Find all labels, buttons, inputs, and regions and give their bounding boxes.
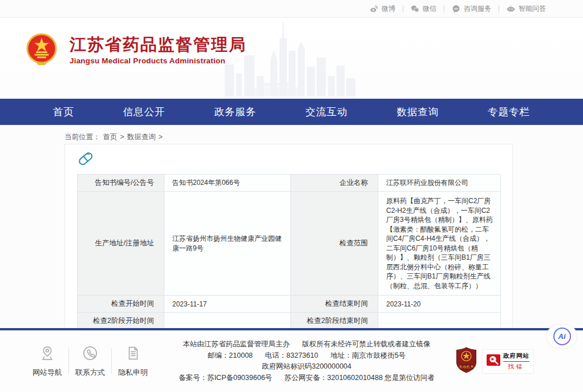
nav-item-data-query[interactable]: 数据查询	[396, 105, 439, 119]
footer-link-site-map[interactable]: 网站导航	[26, 345, 68, 378]
nav-item-special-topics[interactable]: 专题专栏	[488, 105, 530, 119]
start-time-label: 检查开始时间	[78, 296, 164, 313]
main-nav: 首页 信息公开 政务服务 交流互动 数据查询 专题专栏	[0, 99, 583, 125]
company-label: 企业名称	[291, 175, 378, 192]
pill-icon	[77, 150, 501, 169]
scope-value: 原料药【曲克芦丁，一车间C2厂房C2-H2生产线（合成），一车间C2厂房3号精烘…	[378, 192, 501, 296]
notice-no-value: 告知书2024年第066号	[164, 175, 291, 192]
site-map-icon	[39, 345, 55, 363]
wechat-label: 微信	[423, 4, 436, 14]
party-gov-badge-label: 党政机关	[459, 365, 474, 369]
footer-link-label: 网站导航	[33, 367, 62, 378]
breadcrumb-home-link[interactable]: 首页	[103, 132, 118, 142]
wechat-link[interactable]: 微信	[403, 4, 444, 14]
footer-line-3: 备案号：苏ICP备09039606号 苏公网安备：32010602010488 …	[157, 373, 456, 384]
breadcrumb-separator: >	[120, 133, 124, 141]
ai-assistant-notch: Ai	[547, 325, 577, 348]
wechat-icon	[411, 5, 419, 13]
site-header: 江苏省药品监督管理局 Jiangsu Medical Products Admi…	[0, 18, 583, 99]
smart-qa-label: 智能问答	[519, 4, 546, 14]
breadcrumb-data-query-link[interactable]: 数据查询	[127, 132, 156, 142]
address-label: 生产地址/注册地址	[78, 192, 164, 296]
footer-quick-links: 网站导航 联系方式 隐私申明	[26, 345, 154, 378]
site-title: 江苏省药品监督管理局	[70, 35, 246, 54]
footer-link-contact[interactable]: 联系方式	[69, 345, 111, 378]
phase2-end-value	[378, 313, 501, 330]
phone-icon	[82, 345, 98, 363]
nav-item-home[interactable]: 首页	[53, 105, 74, 119]
breadcrumb-separator: >	[159, 133, 163, 141]
breadcrumb: 当前位置： 首页 > 数据查询 >	[64, 130, 583, 144]
site-footer: Ai 网站导航 联系方式	[0, 328, 583, 392]
footer-badges: 党政机关 政府网站 找错	[456, 347, 534, 375]
national-emblem-logo	[25, 33, 58, 68]
footer-icp-number: 备案号：苏ICP备09039606号	[179, 373, 272, 384]
footer-link-label: 隐私申明	[118, 367, 148, 378]
gov-site-badge-text: 政府网站 找错	[503, 352, 529, 371]
footer-security-number: 苏公网安备：32010602010488 您是第位访问者	[285, 373, 435, 384]
end-time-value: 2023-11-20	[378, 296, 501, 313]
chat-icon	[452, 5, 460, 13]
company-value: 江苏联环药业股份有限公司	[378, 175, 501, 192]
breadcrumb-prefix: 当前位置：	[64, 132, 100, 142]
footer-link-privacy[interactable]: 隐私申明	[112, 345, 154, 378]
footer-address: 地址：南京市鼓楼街5号	[330, 350, 406, 362]
gov-site-error-report-badge[interactable]: 政府网站 找错	[482, 349, 534, 374]
consult-service-label: 咨询服务	[464, 4, 491, 14]
notice-no-label: 告知书编号/公告号	[78, 175, 164, 192]
magnifier-icon	[487, 353, 500, 369]
gov-site-badge-line1: 政府网站	[503, 352, 529, 362]
footer-info-text: 本站由江苏省药品监督管理局主办 版权所有未经许可禁止转载或者建立镜像 邮编：21…	[154, 339, 456, 383]
weibo-label: 微博	[382, 4, 395, 14]
footer-copyright-text: 版权所有未经许可禁止转载或者建立镜像	[302, 339, 430, 350]
nav-item-interaction[interactable]: 交流互动	[305, 105, 347, 119]
ai-assistant-button[interactable]: Ai	[553, 328, 571, 345]
footer-line-1: 本站由江苏省药品监督管理局主办 版权所有未经许可禁止转载或者建立镜像	[157, 339, 456, 350]
footer-postcode: 邮编：210008	[208, 350, 253, 362]
nav-item-info-disclosure[interactable]: 信息公开	[123, 105, 165, 119]
smart-qa-link[interactable]: 智能问答	[499, 4, 553, 14]
site-subtitle: Jiangsu Medical Products Administration	[70, 56, 246, 65]
address-value: 江苏省扬州市扬州生物健康产业园健康一路9号	[164, 192, 291, 296]
footer-phone: 电话：83273610	[265, 350, 318, 362]
robot-icon	[507, 5, 515, 13]
party-gov-shield-badge[interactable]: 党政机关	[456, 347, 477, 375]
consult-service-link[interactable]: 咨询服务	[444, 4, 499, 14]
footer-host-text: 本站由江苏省药品监督管理局主办	[183, 339, 290, 350]
weibo-link[interactable]: 微博	[362, 4, 403, 14]
weibo-icon	[370, 5, 378, 13]
footer-line-2: 邮编：210008 电话：83273610 地址：南京市鼓楼街5号 政府网站标识…	[157, 350, 456, 373]
phase2-start-value	[164, 313, 291, 330]
top-utility-bar: 微博 微信 咨询服务 智能问答	[0, 0, 583, 18]
phase2-start-label: 检查2阶段开始时间	[78, 313, 164, 330]
footer-link-label: 联系方式	[75, 367, 105, 378]
privacy-doc-icon	[125, 345, 141, 363]
phase2-end-label: 检查2阶段结束时间	[291, 313, 378, 330]
scope-label: 检查范围	[291, 192, 378, 296]
footer-site-id: 政府网站标识码3200000004	[262, 361, 351, 373]
nav-item-gov-services[interactable]: 政务服务	[214, 105, 257, 119]
start-time-value: 2023-11-17	[164, 296, 291, 313]
gov-site-badge-line2: 找错	[508, 363, 525, 371]
end-time-label: 检查结束时间	[291, 296, 378, 313]
main-content: 当前位置： 首页 > 数据查询 > 告知书编号/公告号 告知书2024年第066…	[0, 125, 583, 328]
